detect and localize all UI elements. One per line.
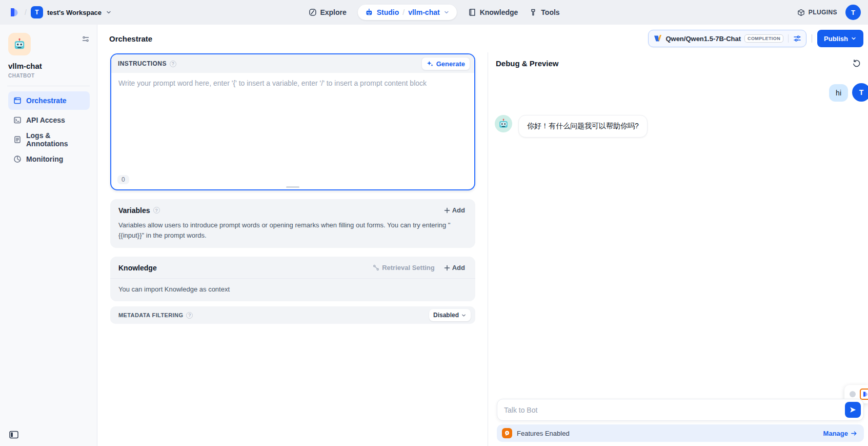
robot-emoji-icon xyxy=(498,118,509,129)
variables-title: Variables xyxy=(118,206,150,215)
nav-tools[interactable]: Tools xyxy=(529,8,559,16)
header-right: PLUGINS T xyxy=(797,5,861,20)
help-icon[interactable]: ? xyxy=(153,207,160,214)
sidebar-menu: Orchestrate API Access Logs & Annotation… xyxy=(8,91,90,168)
sidebar-item-label: Monitoring xyxy=(26,155,63,163)
nav-studio-app: vllm-chat xyxy=(408,8,439,16)
workspace-name: test's Workspace xyxy=(47,9,102,16)
help-icon[interactable]: ? xyxy=(170,61,176,67)
send-icon xyxy=(849,406,857,414)
preview-title: Debug & Preview xyxy=(496,59,559,68)
knowledge-panel: Knowledge Retrieval Setting xyxy=(110,257,475,301)
resize-handle[interactable] xyxy=(286,186,299,188)
help-icon[interactable]: ? xyxy=(186,312,193,319)
header-nav: Explore Studio / vllm-chat Knowledge xyxy=(308,0,559,25)
retrieval-setting-button[interactable]: Retrieval Setting xyxy=(373,264,435,272)
plus-icon xyxy=(444,207,450,214)
prompt-input[interactable] xyxy=(111,73,474,160)
package-icon xyxy=(797,9,805,16)
publish-label: Publish xyxy=(824,35,848,43)
sparkle-icon xyxy=(427,60,434,67)
reset-conversation-icon[interactable] xyxy=(852,59,861,68)
add-knowledge-label: Add xyxy=(452,264,465,272)
toolbar-divider xyxy=(812,34,812,43)
user-message-bubble: hi xyxy=(829,84,848,102)
sidebar-item-monitoring[interactable]: Monitoring xyxy=(8,150,90,168)
plugins-button[interactable]: PLUGINS xyxy=(797,9,837,16)
instructions-header: INSTRUCTIONS ? Generate xyxy=(111,54,474,73)
nav-explore[interactable]: Explore xyxy=(308,8,346,16)
robot-emoji-icon xyxy=(13,37,26,51)
dify-logo[interactable] xyxy=(8,6,21,18)
retrieval-setting-label: Retrieval Setting xyxy=(382,264,435,272)
generate-label: Generate xyxy=(436,60,465,68)
arrow-right-icon xyxy=(851,430,857,437)
terminal-icon xyxy=(13,116,22,124)
toolbar: Orchestrate Qwen/Qwen1.5-7B-Chat COMPLET… xyxy=(97,25,868,52)
sidebar-item-orchestrate[interactable]: Orchestrate xyxy=(8,91,90,110)
toolbar-right: Qwen/Qwen1.5-7B-Chat COMPLETION Publish xyxy=(648,30,863,47)
send-button[interactable] xyxy=(845,402,861,418)
nav-explore-label: Explore xyxy=(320,8,346,16)
nav-knowledge[interactable]: Knowledge xyxy=(468,8,518,16)
nav-studio[interactable]: Studio / vllm-chat xyxy=(358,5,457,20)
nav-tools-label: Tools xyxy=(541,8,559,16)
sidebar-item-logs-annotations[interactable]: Logs & Annotations xyxy=(8,130,90,149)
generate-button[interactable]: Generate xyxy=(421,57,470,70)
model-pill-divider xyxy=(788,34,789,43)
breadcrumb-separator: / xyxy=(25,8,27,16)
workspace-switcher[interactable]: T test's Workspace xyxy=(31,6,112,18)
document-icon xyxy=(13,135,22,144)
sidebar-item-label: Orchestrate xyxy=(26,96,67,105)
instructions-panel: INSTRUCTIONS ? Generate xyxy=(110,53,475,190)
robot-icon xyxy=(365,8,373,16)
char-count: 0 xyxy=(117,175,129,184)
dify-mini-logo-icon xyxy=(860,389,868,400)
app-settings-icon[interactable] xyxy=(82,35,90,43)
features-icon xyxy=(502,428,512,438)
chat-area: hi T xyxy=(488,70,868,399)
sidebar-divider xyxy=(7,86,90,86)
header-left: / T test's Workspace xyxy=(8,6,112,18)
sidebar-item-label: API Access xyxy=(26,116,65,124)
workspace: Orchestrate Qwen/Qwen1.5-7B-Chat COMPLET… xyxy=(97,25,868,446)
sidebar-item-api-access[interactable]: API Access xyxy=(8,111,90,129)
instructions-body: 0 xyxy=(111,73,474,189)
chat-footer: Features Enabled Manage xyxy=(488,399,868,446)
instructions-title: INSTRUCTIONS xyxy=(118,60,167,67)
sidebar-collapse-icon[interactable] xyxy=(9,431,18,439)
app-name: vllm-chat xyxy=(8,62,90,70)
app-root: / T test's Workspace Explore Studio xyxy=(0,0,868,446)
explore-icon xyxy=(308,8,316,16)
book-icon xyxy=(468,8,476,16)
variables-description: Variables allow users to introduce promp… xyxy=(110,215,475,248)
gauge-icon xyxy=(13,155,22,163)
add-knowledge-button[interactable]: Add xyxy=(442,263,467,273)
metadata-filtering-select[interactable]: Disabled xyxy=(429,309,471,321)
chat-input[interactable] xyxy=(497,399,864,421)
app-icon[interactable] xyxy=(8,33,31,55)
manage-features-link[interactable]: Manage xyxy=(823,430,857,437)
sliders-icon[interactable] xyxy=(793,34,801,43)
model-mode-badge: COMPLETION xyxy=(744,34,783,43)
model-name: Qwen/Qwen1.5-7B-Chat xyxy=(665,35,741,43)
account-avatar[interactable]: T xyxy=(845,5,861,20)
features-label: Features Enabled xyxy=(517,430,570,437)
preview-header: Debug & Preview xyxy=(488,52,868,70)
chevron-down-icon xyxy=(851,35,857,42)
chevron-down-icon xyxy=(461,313,467,318)
metadata-value: Disabled xyxy=(433,312,459,319)
model-selector[interactable]: Qwen/Qwen1.5-7B-Chat COMPLETION xyxy=(648,30,806,47)
chevron-down-icon[interactable] xyxy=(443,9,450,15)
nav-studio-label: Studio xyxy=(377,8,399,16)
publish-button[interactable]: Publish xyxy=(817,30,863,47)
vllm-logo-icon xyxy=(654,34,662,43)
knowledge-description: You can import Knowledge as context xyxy=(110,279,475,301)
variables-panel: Variables ? Add Variables allow users to… xyxy=(110,199,475,248)
bot-avatar xyxy=(495,115,512,132)
page-title: Orchestrate xyxy=(109,34,152,43)
window-icon xyxy=(13,96,22,105)
add-variable-button[interactable]: Add xyxy=(442,205,467,215)
sidebar-item-label: Logs & Annotations xyxy=(26,131,85,148)
nav-knowledge-label: Knowledge xyxy=(480,8,518,16)
